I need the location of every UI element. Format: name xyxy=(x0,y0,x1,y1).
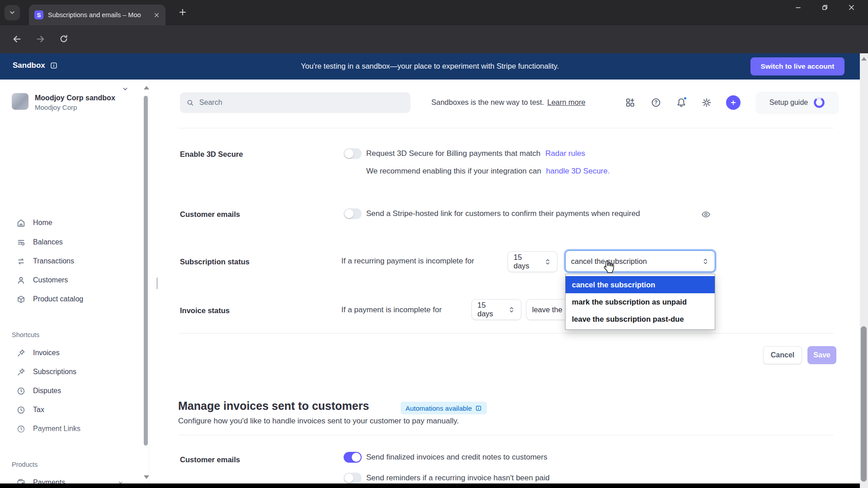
chevron-up-down-icon xyxy=(544,258,552,266)
chevron-down-icon xyxy=(9,9,15,16)
chevron-up-down-icon xyxy=(702,258,709,265)
invoice-condition-text: If a payment is incomplete for xyxy=(341,305,442,314)
window-restore-icon[interactable] xyxy=(821,4,829,11)
reminders-toggle[interactable] xyxy=(344,473,362,483)
enable-3ds-label: Enable 3D Secure xyxy=(180,150,243,159)
sidebar-scroll-down[interactable] xyxy=(144,475,149,479)
finalized-invoices-toggle[interactable] xyxy=(344,452,362,463)
customer-emails-desc: Send a Stripe-hosted link for customers … xyxy=(366,209,640,218)
browser-tab-bar: S Subscriptions and emails – Moo xyxy=(0,0,868,25)
manage-invoices-subtitle: Configure how you'd like to handle invoi… xyxy=(178,417,459,426)
divider xyxy=(178,435,834,435)
cancel-button[interactable]: Cancel xyxy=(763,346,802,364)
enable-3ds-note: We recommend enabling this if your integ… xyxy=(366,167,610,176)
finalized-invoices-text: Send finalized invoices and credit notes… xyxy=(366,453,547,462)
browser-tab[interactable]: S Subscriptions and emails – Moo xyxy=(29,5,165,25)
eye-icon[interactable] xyxy=(701,209,711,220)
plus-icon xyxy=(730,99,737,106)
clock-icon xyxy=(16,386,26,396)
info-icon[interactable] xyxy=(50,61,58,70)
sidebar-item-subscriptions[interactable]: Subscriptions xyxy=(0,362,144,381)
sidebar-item-invoices[interactable]: Invoices xyxy=(0,343,144,362)
setup-progress-ring xyxy=(813,97,825,108)
settings-gear-icon[interactable] xyxy=(701,97,712,108)
customers-icon xyxy=(16,276,26,285)
tab-search-button[interactable] xyxy=(5,5,20,20)
enable-3ds-desc: Request 3D Secure for Billing payments t… xyxy=(366,149,585,158)
clock-icon xyxy=(16,424,26,434)
invoice-duration-select[interactable]: 15 days xyxy=(472,299,521,320)
automations-badge[interactable]: Automations available xyxy=(401,402,487,414)
window-minimize-icon[interactable] xyxy=(794,4,802,11)
info-icon xyxy=(475,405,482,412)
sidebar-item-transactions[interactable]: Transactions xyxy=(0,252,144,271)
dropdown-option-cancel[interactable]: cancel the subscription xyxy=(566,276,715,293)
subscription-status-label: Subscription status xyxy=(180,258,250,266)
account-switcher[interactable]: Moodjoy Corp sandbox Moodjoy Corp xyxy=(12,93,138,112)
search-icon xyxy=(186,99,194,107)
customer-emails-toggle[interactable] xyxy=(344,208,362,219)
page-scrollbar-thumb[interactable] xyxy=(861,326,867,482)
sidebar-item-home[interactable]: Home xyxy=(0,213,144,232)
account-org: Moodjoy Corp xyxy=(35,103,115,112)
sidebar: Moodjoy Corp sandbox Moodjoy Corp Home B… xyxy=(0,80,149,483)
subscription-condition-text: If a recurring payment is incomplete for xyxy=(341,257,474,266)
sidebar-item-payment-links[interactable]: Payment Links xyxy=(0,419,144,438)
subscription-action-select[interactable]: cancel the subscription xyxy=(565,250,715,272)
reminders-text: Send reminders if a recurring invoice ha… xyxy=(366,474,550,483)
page-scrollbar[interactable] xyxy=(860,53,868,488)
tab-title: Subscriptions and emails – Moo xyxy=(48,11,145,19)
window-close-icon[interactable] xyxy=(848,4,855,11)
switch-to-live-button[interactable]: Switch to live account xyxy=(750,57,844,75)
transactions-icon xyxy=(16,257,26,266)
subscription-duration-select[interactable]: 15 days xyxy=(508,251,557,272)
new-tab-icon[interactable] xyxy=(178,8,187,17)
radar-rules-link[interactable]: Radar rules xyxy=(545,149,585,158)
setup-guide-button[interactable]: Setup guide xyxy=(756,92,839,113)
back-icon[interactable] xyxy=(12,34,22,44)
forward-icon[interactable] xyxy=(35,34,46,44)
learn-more-link[interactable]: Learn more xyxy=(547,98,585,106)
sandbox-banner-label: Sandbox xyxy=(13,61,58,70)
search-box[interactable] xyxy=(180,92,410,113)
dropdown-option-unpaid[interactable]: mark the subscription as unpaid xyxy=(566,293,715,310)
divider xyxy=(178,333,834,333)
notifications-bell[interactable] xyxy=(676,97,687,108)
account-avatar xyxy=(12,93,28,110)
browser-url-bar: dashboard.stripe.com/test/settings/billi… xyxy=(0,25,868,53)
create-button[interactable] xyxy=(726,95,741,110)
save-button[interactable]: Save xyxy=(807,346,836,364)
enable-3ds-toggle[interactable] xyxy=(344,148,362,159)
sandbox-banner: Sandbox You're testing in a sandbox—your… xyxy=(0,53,860,80)
chevron-down-icon[interactable] xyxy=(121,85,129,93)
sidebar-item-tax[interactable]: Tax xyxy=(0,400,144,419)
sidebar-scroll-up[interactable] xyxy=(144,86,149,89)
tab-close-icon[interactable] xyxy=(153,12,160,19)
pin-icon xyxy=(16,367,26,377)
manage-invoices-heading: Manage invoices sent to customers xyxy=(178,399,369,413)
reload-icon[interactable] xyxy=(59,34,69,44)
sidebar-resize-handle[interactable] xyxy=(156,277,158,289)
sidebar-item-customers[interactable]: Customers xyxy=(0,271,144,290)
page-scroll-up[interactable] xyxy=(861,57,867,61)
pin-icon xyxy=(16,348,26,358)
sidebar-item-balances[interactable]: Balances xyxy=(0,233,144,252)
sidebar-item-product-catalog[interactable]: Product catalog xyxy=(0,290,144,309)
sidebar-section-shortcuts: Shortcuts xyxy=(12,331,39,338)
help-icon[interactable]: ? xyxy=(651,97,661,108)
chevron-up-down-icon xyxy=(508,306,515,314)
search-input[interactable] xyxy=(199,99,404,107)
sidebar-item-disputes[interactable]: Disputes xyxy=(0,381,144,400)
balances-icon xyxy=(16,238,26,247)
sidebar-scrollbar-thumb[interactable] xyxy=(144,96,148,446)
account-name: Moodjoy Corp sandbox xyxy=(35,93,115,103)
invoice-status-label: Invoice status xyxy=(180,306,230,315)
sandbox-banner-message: You're testing in a sandbox—your place t… xyxy=(190,62,670,70)
apps-grid-icon[interactable] xyxy=(625,97,636,108)
handle-3ds-link[interactable]: handle 3D Secure. xyxy=(546,167,610,175)
sandboxes-promo: Sandboxes is the new way to test.Learn m… xyxy=(431,98,585,107)
divider xyxy=(178,128,834,128)
svg-text:?: ? xyxy=(654,99,657,106)
product-catalog-icon xyxy=(16,295,26,304)
dropdown-option-past-due[interactable]: leave the subscription past-due xyxy=(566,310,715,328)
